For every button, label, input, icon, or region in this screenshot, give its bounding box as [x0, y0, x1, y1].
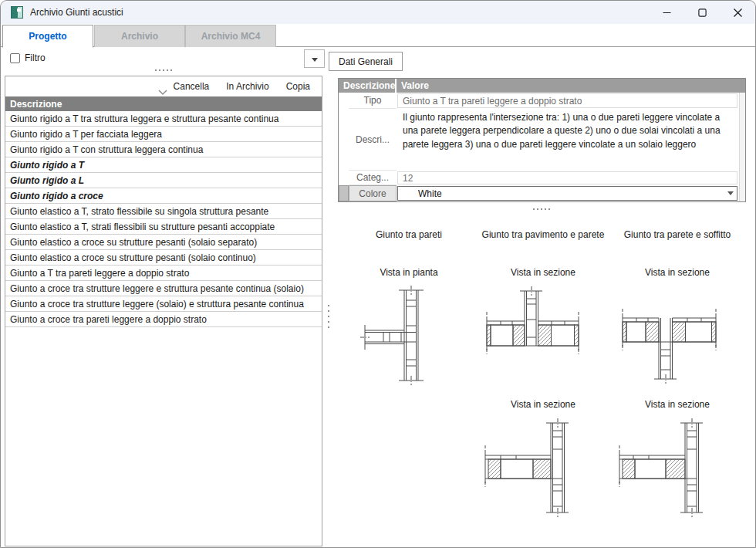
diagram-title: Giunto tra pareti [376, 229, 442, 254]
diagram-subtitle: Vista in pianta [380, 267, 437, 278]
diagram-subtitle: Vista in sezione [511, 399, 575, 410]
app-icon [11, 6, 23, 19]
grid-header-descrizione: Descrizione [339, 79, 397, 93]
list-item[interactable]: Giunto elastico a T, strati flessibili s… [5, 219, 322, 235]
diagram-subtitle: Vista in sezione [645, 267, 710, 278]
tipo-label: Tipo [349, 93, 397, 109]
property-row-tipo: Tipo Giunto a T tra pareti leggere a dop… [339, 93, 739, 109]
window-controls [649, 1, 755, 24]
diagram-col-soffitto: Giunto tra parete e soffitto Vista in se… [610, 225, 744, 519]
diagram-subtitle: Vista in sezione [511, 267, 575, 278]
list-item[interactable]: Giunto rigido a T con struttura leggera … [5, 142, 322, 157]
list-item[interactable]: Giunto elastico a croce su strutture pes… [5, 250, 322, 266]
list-item[interactable]: Giunto rigido a croce [5, 188, 322, 204]
copia-button[interactable]: Copia [278, 81, 319, 92]
descrizione-label: Descri... [349, 109, 397, 171]
splitter-handle-top[interactable] [155, 69, 172, 71]
list-item[interactable]: Giunto rigido a L [5, 173, 322, 188]
app-window: Archivio Giunti acustici Progetto Archiv… [0, 0, 756, 548]
property-row-categoria: Categ... 12 [339, 171, 739, 185]
list-item[interactable]: Giunto a croce tra pareti leggere a dopp… [5, 312, 322, 327]
list-item[interactable]: Giunto a croce tra strutture leggere e s… [5, 281, 322, 296]
colore-combobox[interactable]: White [397, 186, 737, 201]
list-item[interactable]: Giunto elastico a croce su strutture pes… [5, 235, 322, 250]
diagram-col-pareti: Giunto tra pareti Vista in pianta [342, 225, 476, 519]
minimize-button[interactable] [649, 1, 684, 24]
diagram-subtitle: Vista in sezione [645, 399, 710, 410]
descrizione-value[interactable]: Il giunto rappresenta l'intersezione tra… [397, 110, 737, 151]
property-grid: Descrizione Valore Tipo Giunto a T tra p… [338, 78, 746, 202]
tab-dati-generali[interactable]: Dati Generali [329, 52, 403, 71]
categoria-label: Categ... [349, 171, 397, 185]
sort-chevron-icon[interactable] [158, 90, 167, 96]
chevron-down-icon [312, 58, 318, 62]
titlebar: Archivio Giunti acustici [1, 1, 755, 24]
close-icon [734, 8, 742, 17]
maximize-button[interactable] [684, 1, 720, 24]
diagram-title: Giunto tra parete e soffitto [624, 229, 731, 254]
splitter-handle-vertical[interactable] [328, 305, 329, 328]
grid-header-valore: Valore [397, 79, 745, 93]
property-grid-header: Descrizione Valore [339, 79, 745, 93]
tab-progetto[interactable]: Progetto [2, 25, 93, 48]
in-archivio-button[interactable]: In Archivio [218, 81, 277, 92]
combo-dropdown-button[interactable] [724, 187, 737, 200]
row-selector-gutter [339, 93, 349, 109]
section-wall-under-ceiling-diagram [612, 283, 743, 387]
diagram-area: Giunto tra pareti Vista in pianta Giunto… [342, 225, 744, 519]
window-title: Archivio Giunti acustici [30, 7, 123, 18]
filter-row: Filtro [1, 49, 326, 70]
section-wall-on-floor-diagram [478, 283, 609, 387]
row-selector-gutter-selected [339, 185, 349, 201]
list-item[interactable]: Giunto rigido a T per facciata leggera [5, 127, 322, 142]
property-row-colore: Colore White [339, 185, 739, 201]
chevron-down-icon [727, 191, 734, 195]
tab-archivio-mc4[interactable]: Archivio MC4 [185, 25, 276, 47]
cancella-button[interactable]: Cancella [165, 81, 218, 92]
maximize-icon [698, 8, 707, 17]
list-item[interactable]: Giunto a croce tra strutture leggere (so… [5, 296, 322, 312]
close-button[interactable] [720, 1, 755, 24]
list-item[interactable]: Giunto rigido a T [5, 157, 322, 173]
tab-archivio[interactable]: Archivio [94, 25, 185, 47]
grid-scrollbar-track[interactable] [739, 93, 745, 201]
main-tabstrip: Progetto Archivio Archivio MC4 [1, 24, 755, 47]
colore-label: Colore [349, 185, 397, 201]
property-row-descrizione: Descri... Il giunto rappresenta l'inters… [339, 109, 739, 171]
row-selector-gutter [339, 171, 349, 185]
section-floor-into-wall-diagram [478, 415, 609, 519]
minimize-icon [663, 8, 671, 17]
list-item[interactable]: Giunto elastico a T, strato flessibile s… [5, 204, 322, 219]
list-item[interactable]: Giunto a T tra pareti leggere a doppio s… [5, 266, 322, 281]
filter-dropdown-button[interactable] [304, 49, 325, 68]
plan-view-wall-t-junction-diagram [343, 283, 474, 387]
filter-label: Filtro [25, 52, 46, 63]
colore-value: White [398, 188, 724, 199]
section-floor-into-wall-diagram [612, 415, 743, 519]
diagram-title: Giunto tra pavimento e parete [482, 229, 605, 254]
filter-checkbox[interactable] [10, 53, 20, 63]
splitter-handle-right[interactable] [533, 208, 550, 210]
categoria-value[interactable]: 12 [397, 171, 737, 184]
diagram-col-pavimento: Giunto tra pavimento e parete Vista in s… [476, 225, 610, 519]
row-selector-gutter [339, 109, 349, 171]
list-item[interactable]: Giunto rigido a T tra struttura leggera … [5, 111, 322, 127]
list-column-header[interactable]: Descrizione [5, 96, 322, 111]
tipo-value[interactable]: Giunto a T tra pareti leggere a doppio s… [397, 93, 737, 108]
list-body: Giunto rigido a T tra struttura leggera … [5, 111, 322, 327]
joints-list-panel: Cancella In Archivio Copia Descrizione G… [5, 76, 322, 546]
